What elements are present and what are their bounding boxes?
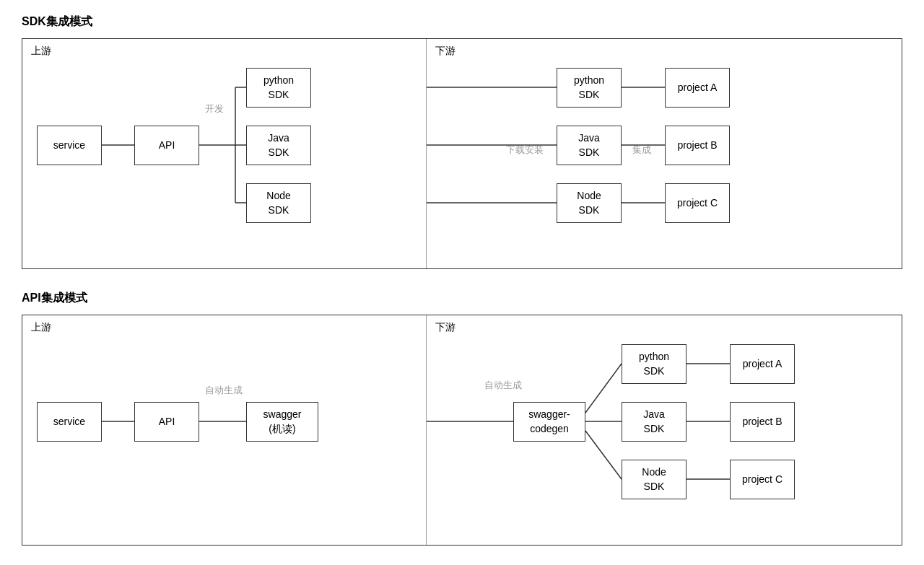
api-auto-annotation-right: 自动生成: [484, 379, 522, 392]
api-mode-title: API集成模式: [22, 291, 902, 306]
sdk-download-annotation: 下载安装: [506, 144, 544, 157]
sdk-python-right-box: python SDK: [557, 68, 622, 108]
api-left-half: 上游 service API swagger (机读) 自动生成: [22, 315, 427, 545]
api-java-right-box: Java SDK: [622, 402, 687, 442]
svg-line-17: [585, 431, 622, 479]
api-mode-section: API集成模式 上游 service API swagger (机读) 自动生成: [22, 291, 902, 546]
api-project-b-box: project B: [730, 402, 795, 442]
sdk-right-lines: [427, 39, 902, 268]
sdk-node-box: Node SDK: [246, 183, 311, 223]
api-project-a-box: project A: [730, 344, 795, 384]
sdk-project-c-box: project C: [665, 183, 730, 223]
sdk-java-box: Java SDK: [246, 126, 311, 165]
sdk-left-half: 上游 service API python SDK Java SDK Node …: [22, 39, 427, 268]
sdk-project-a-box: project A: [665, 68, 730, 108]
sdk-node-right-box: Node SDK: [557, 183, 622, 223]
api-python-right-box: python SDK: [622, 344, 687, 384]
sdk-diagram-container: 上游 service API python SDK Java SDK Node …: [22, 38, 902, 269]
sdk-java-right-box: Java SDK: [557, 126, 622, 165]
api-auto-annotation-left: 自动生成: [205, 384, 243, 397]
api-project-c-box: project C: [730, 460, 795, 499]
sdk-api-box: API: [134, 126, 199, 165]
sdk-right-half: 下游 下载安装 集成 python SDK Java SDK Node SDK …: [427, 39, 902, 268]
api-right-half: 下游 自动生成 集成 swagger- codegen python SDK J…: [427, 315, 902, 545]
sdk-kai-annotation: 开发: [205, 102, 224, 115]
api-swagger-box: swagger (机读): [246, 402, 318, 442]
api-service-box: service: [37, 402, 102, 442]
api-right-label: 下游: [435, 321, 456, 334]
sdk-integrate-annotation: 集成: [632, 144, 651, 157]
sdk-mode-section: SDK集成模式 上游 service API python SDK Java S…: [22, 14, 902, 269]
sdk-project-b-box: project B: [665, 126, 730, 165]
api-api-box: API: [134, 402, 199, 442]
api-left-label: 上游: [31, 321, 51, 334]
api-node-right-box: Node SDK: [622, 460, 687, 499]
sdk-mode-title: SDK集成模式: [22, 14, 902, 30]
svg-line-15: [585, 364, 622, 413]
sdk-service-box: service: [37, 126, 102, 165]
sdk-right-label: 下游: [435, 45, 456, 58]
api-codegen-box: swagger- codegen: [513, 402, 585, 442]
sdk-left-label: 上游: [31, 45, 51, 58]
sdk-python-box: python SDK: [246, 68, 311, 108]
api-diagram-container: 上游 service API swagger (机读) 自动生成: [22, 315, 902, 546]
